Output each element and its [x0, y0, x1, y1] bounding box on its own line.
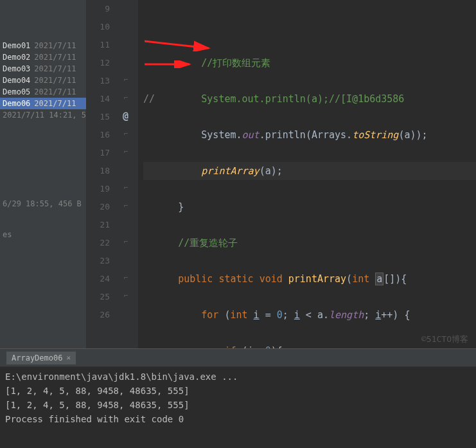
file-item[interactable]: Demo042021/7/11	[0, 75, 86, 86]
annotation-arrow	[145, 39, 215, 51]
fold-icon[interactable]: ⌐	[124, 130, 128, 138]
code-area[interactable]: //打印数组元素 // System.out.println(a);//[I@1…	[138, 0, 476, 348]
svg-line-1	[145, 41, 209, 48]
run-panel: ArrayDemo06 ✕ E:\environment\java\jdk1.8…	[0, 348, 476, 448]
close-icon[interactable]: ✕	[66, 354, 71, 362]
file-meta: es	[0, 229, 86, 240]
override-icon[interactable]: @	[123, 111, 128, 122]
comment: //重复造轮子	[178, 237, 238, 249]
file-sidebar: Demo012021/7/11 Demo022021/7/11 Demo0320…	[0, 0, 87, 348]
fold-icon[interactable]: ⌐	[124, 274, 128, 282]
file-meta: 2021/7/11 14:21, 50	[0, 109, 86, 121]
file-item-selected[interactable]: Demo062021/7/11	[0, 98, 86, 109]
console-output[interactable]: E:\environment\java\jdk1.8\bin\java.exe …	[0, 367, 476, 448]
file-meta: 6/29 18:55, 456 B	[0, 198, 86, 210]
gutter-marks: ⌐ ⌐ @ ⌐ ⌐ ⌐ ⌐ ⌐ ⌐ ⌐	[119, 0, 138, 348]
file-item[interactable]: Demo032021/7/11	[0, 63, 86, 75]
watermark: ©51CTO博客	[421, 334, 468, 345]
code-editor[interactable]: 91011121314151617181920212223242526 ⌐ ⌐ …	[87, 0, 476, 348]
comment: System.out.println(a);//[I@1b6d3586	[201, 93, 404, 105]
fold-icon[interactable]: ⌐	[124, 94, 128, 102]
file-item[interactable]: Demo052021/7/11	[0, 86, 86, 98]
fold-icon[interactable]: ⌐	[124, 292, 128, 300]
file-item[interactable]: Demo022021/7/11	[0, 51, 86, 63]
line-gutter: 91011121314151617181920212223242526	[87, 0, 119, 348]
run-tab[interactable]: ArrayDemo06 ✕	[6, 352, 76, 364]
comment: //打印数组元素	[201, 57, 270, 69]
fold-icon[interactable]: ⌐	[124, 76, 128, 84]
fold-icon[interactable]: ⌐	[124, 238, 128, 246]
file-item[interactable]: Demo012021/7/11	[0, 40, 86, 51]
fold-icon[interactable]: ⌐	[124, 148, 128, 156]
run-tab-bar: ArrayDemo06 ✕	[0, 349, 476, 367]
fold-icon[interactable]: ⌐	[124, 184, 128, 192]
fold-icon[interactable]: ⌐	[124, 202, 128, 210]
